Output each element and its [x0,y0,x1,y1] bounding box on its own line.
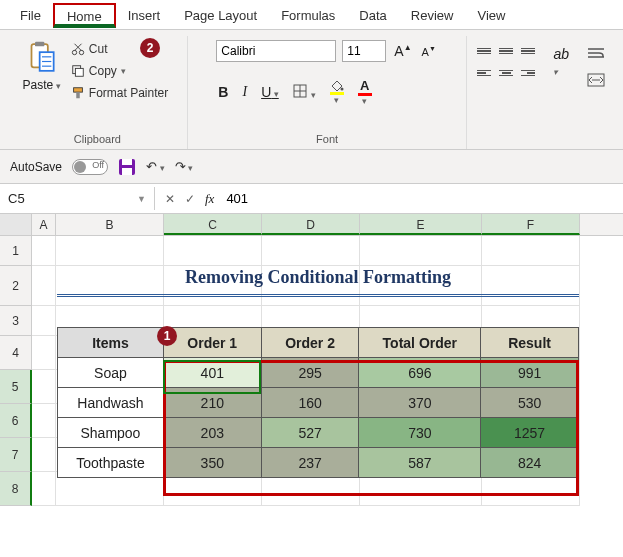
svg-point-17 [340,87,343,90]
ribbon-tabs: File Home Insert Page Layout Formulas Da… [0,0,623,30]
cut-label: Cut [89,42,108,56]
cell[interactable]: 295 [261,358,359,388]
header-order2[interactable]: Order 2 [261,328,359,358]
quick-access-toolbar: AutoSave Off ↶ ↷ [0,150,623,184]
wrap-icon [587,46,605,60]
accept-formula-button[interactable]: ✓ [185,192,195,206]
col-header-D[interactable]: D [262,214,360,235]
copy-button[interactable]: Copy [67,62,172,80]
row-header-5[interactable]: 5 [0,370,32,404]
row-header-7[interactable]: 7 [0,438,32,472]
align-right-button[interactable] [519,64,537,82]
copy-icon [71,64,85,78]
tab-file[interactable]: File [8,4,53,29]
cell[interactable]: 160 [261,388,359,418]
table-title: Removing Conditional Formatting [57,261,579,297]
tab-view[interactable]: View [465,4,517,29]
tab-formulas[interactable]: Formulas [269,4,347,29]
bucket-icon [330,80,344,92]
decrease-font-button[interactable]: A▼ [420,43,438,60]
increase-font-button[interactable]: A▲ [392,41,413,61]
row-header-2[interactable]: 2 [0,266,32,306]
header-items[interactable]: Items [58,328,164,358]
tab-page-layout[interactable]: Page Layout [172,4,269,29]
cell[interactable]: 1257 [481,418,579,448]
underline-button[interactable]: U [259,82,281,102]
format-painter-button[interactable]: Format Painter [67,84,172,102]
align-middle-button[interactable] [497,42,515,60]
tab-data[interactable]: Data [347,4,398,29]
cell[interactable]: 991 [481,358,579,388]
bold-button[interactable]: B [216,82,230,102]
table-row: Toothpaste 350 237 587 824 [58,448,579,478]
header-result[interactable]: Result [481,328,579,358]
cell[interactable]: 530 [481,388,579,418]
cell[interactable]: 237 [261,448,359,478]
col-header-B[interactable]: B [56,214,164,235]
formula-input[interactable] [224,189,613,208]
col-header-C[interactable]: C [164,214,262,235]
clipboard-group-label: Clipboard [16,131,179,149]
group-clipboard: Paste Cut Copy Format Painter Clipboard [8,36,188,149]
align-center-button[interactable] [497,64,515,82]
font-name-select[interactable] [216,40,336,62]
row-header-3[interactable]: 3 [0,306,32,336]
cell[interactable]: 824 [481,448,579,478]
tab-review[interactable]: Review [399,4,466,29]
fill-color-button[interactable] [328,78,346,107]
row-header-6[interactable]: 6 [0,404,32,438]
cell-item[interactable]: Soap [58,358,164,388]
align-left-button[interactable] [475,64,493,82]
cell[interactable]: 587 [359,448,481,478]
badge-1: 1 [157,326,177,346]
orientation-button[interactable]: ab [551,44,571,80]
col-header-E[interactable]: E [360,214,482,235]
header-order1[interactable]: Order 1 [163,328,261,358]
col-header-F[interactable]: F [482,214,580,235]
cell-item[interactable]: Toothpaste [58,448,164,478]
select-all-corner[interactable] [0,214,32,235]
cell[interactable]: 350 [163,448,261,478]
cell[interactable]: 696 [359,358,481,388]
col-header-A[interactable]: A [32,214,56,235]
row-header-1[interactable]: 1 [0,236,32,266]
redo-button[interactable]: ↷ [175,159,194,174]
paste-button[interactable]: Paste [23,36,61,92]
autosave-toggle[interactable]: Off [72,159,108,175]
undo-button[interactable]: ↶ [146,159,165,174]
svg-rect-12 [73,88,82,92]
tab-insert[interactable]: Insert [116,4,173,29]
row-header-4[interactable]: 4 [0,336,32,370]
tab-home[interactable]: Home [53,3,116,28]
align-top-button[interactable] [475,42,493,60]
row-header-8[interactable]: 8 [0,472,32,506]
border-icon [293,84,307,98]
borders-button[interactable] [291,82,318,103]
svg-rect-24 [122,159,132,165]
cell-item[interactable]: Shampoo [58,418,164,448]
merge-button[interactable] [585,71,607,92]
wrap-text-button[interactable] [585,44,607,65]
autosave-state: Off [92,160,104,170]
header-total[interactable]: Total Order [359,328,481,358]
cell[interactable]: 370 [359,388,481,418]
cell[interactable]: 730 [359,418,481,448]
font-size-select[interactable] [342,40,386,62]
svg-rect-11 [75,68,83,76]
italic-button[interactable]: I [240,82,249,102]
cell[interactable]: 527 [261,418,359,448]
cell[interactable]: 210 [163,388,261,418]
name-box[interactable]: C5 ▼ [0,187,155,210]
cell-reference: C5 [8,191,25,206]
svg-rect-25 [122,168,132,175]
table-row: Handwash 210 160 370 530 [58,388,579,418]
align-bottom-button[interactable] [519,42,537,60]
font-color-button[interactable]: A [356,76,374,108]
save-button[interactable] [118,158,136,176]
cell-item[interactable]: Handwash [58,388,164,418]
cell[interactable]: 203 [163,418,261,448]
cell[interactable]: 401 [163,358,261,388]
table-row: Soap 401 295 696 991 [58,358,579,388]
fx-icon[interactable]: fx [205,191,214,207]
cancel-formula-button[interactable]: ✕ [165,192,175,206]
